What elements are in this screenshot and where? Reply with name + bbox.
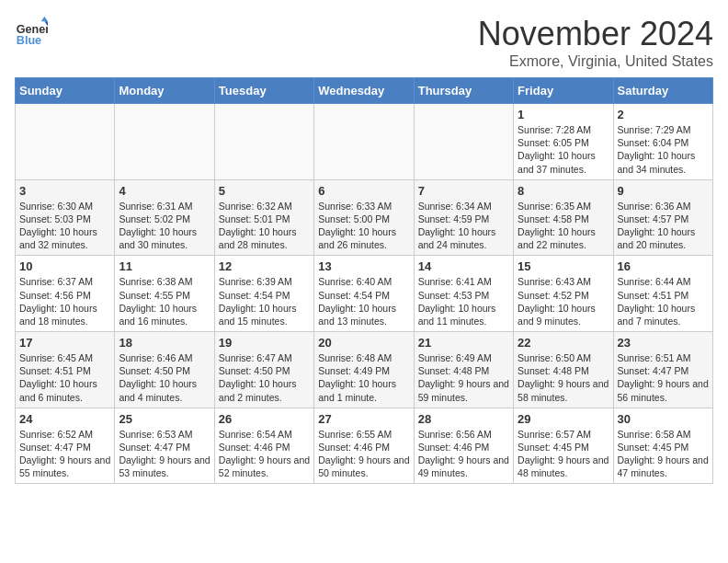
- day-info: Sunrise: 7:29 AM Sunset: 6:04 PM Dayligh…: [618, 123, 709, 176]
- day-info: Sunrise: 6:36 AM Sunset: 4:57 PM Dayligh…: [618, 200, 709, 252]
- calendar-cell: 4Sunrise: 6:31 AM Sunset: 5:02 PM Daylig…: [115, 179, 214, 256]
- day-info: Sunrise: 6:33 AM Sunset: 5:00 PM Dayligh…: [318, 200, 409, 252]
- day-info: Sunrise: 7:28 AM Sunset: 6:05 PM Dayligh…: [518, 123, 609, 176]
- day-number: 12: [219, 259, 310, 273]
- calendar-cell: 15Sunrise: 6:43 AM Sunset: 4:52 PM Dayli…: [514, 256, 613, 332]
- day-info: Sunrise: 6:43 AM Sunset: 4:52 PM Dayligh…: [518, 275, 609, 327]
- weekday-header-thursday: Thursday: [414, 78, 513, 104]
- weekday-header-row: SundayMondayTuesdayWednesdayThursdayFrid…: [16, 78, 713, 104]
- day-info: Sunrise: 6:48 AM Sunset: 4:49 PM Dayligh…: [318, 351, 409, 404]
- calendar-cell: 9Sunrise: 6:36 AM Sunset: 4:57 PM Daylig…: [613, 179, 712, 256]
- day-number: 1: [518, 108, 609, 121]
- calendar-cell: 23Sunrise: 6:51 AM Sunset: 4:47 PM Dayli…: [613, 332, 712, 408]
- day-info: Sunrise: 6:30 AM Sunset: 5:03 PM Dayligh…: [19, 200, 110, 252]
- day-number: 10: [19, 259, 110, 273]
- day-info: Sunrise: 6:44 AM Sunset: 4:51 PM Dayligh…: [618, 275, 709, 327]
- calendar-cell: 17Sunrise: 6:45 AM Sunset: 4:51 PM Dayli…: [16, 332, 115, 408]
- day-number: 21: [418, 336, 509, 350]
- calendar-cell: 2Sunrise: 7:29 AM Sunset: 6:04 PM Daylig…: [613, 104, 712, 180]
- calendar-cell: 5Sunrise: 6:32 AM Sunset: 5:01 PM Daylig…: [214, 179, 313, 256]
- calendar-cell: 8Sunrise: 6:35 AM Sunset: 4:58 PM Daylig…: [514, 179, 613, 256]
- calendar-cell: 25Sunrise: 6:53 AM Sunset: 4:47 PM Dayli…: [115, 408, 214, 484]
- calendar-cell: [16, 104, 115, 180]
- day-number: 27: [318, 412, 409, 426]
- calendar-cell: 29Sunrise: 6:57 AM Sunset: 4:45 PM Dayli…: [514, 408, 613, 484]
- day-number: 4: [119, 184, 210, 198]
- day-info: Sunrise: 6:38 AM Sunset: 4:55 PM Dayligh…: [119, 275, 210, 327]
- day-info: Sunrise: 6:45 AM Sunset: 4:51 PM Dayligh…: [19, 351, 110, 404]
- day-number: 26: [219, 412, 310, 426]
- day-info: Sunrise: 6:46 AM Sunset: 4:50 PM Dayligh…: [119, 351, 210, 404]
- day-number: 24: [19, 412, 110, 426]
- title-area: November 2024 Exmore, Virginia, United S…: [478, 15, 713, 70]
- day-info: Sunrise: 6:55 AM Sunset: 4:46 PM Dayligh…: [318, 428, 409, 480]
- day-info: Sunrise: 6:53 AM Sunset: 4:47 PM Dayligh…: [119, 428, 210, 480]
- weekday-header-sunday: Sunday: [16, 78, 115, 104]
- calendar-cell: [314, 104, 414, 180]
- calendar-cell: 30Sunrise: 6:58 AM Sunset: 4:45 PM Dayli…: [613, 408, 712, 484]
- day-info: Sunrise: 6:37 AM Sunset: 4:56 PM Dayligh…: [19, 275, 110, 327]
- day-number: 7: [418, 184, 509, 198]
- day-number: 29: [518, 412, 609, 426]
- calendar-cell: 3Sunrise: 6:30 AM Sunset: 5:03 PM Daylig…: [16, 179, 115, 256]
- calendar-cell: 6Sunrise: 6:33 AM Sunset: 5:00 PM Daylig…: [314, 179, 414, 256]
- day-info: Sunrise: 6:52 AM Sunset: 4:47 PM Dayligh…: [19, 428, 110, 480]
- calendar-cell: [115, 104, 214, 180]
- weekday-header-wednesday: Wednesday: [314, 78, 414, 104]
- svg-marker-2: [41, 17, 48, 21]
- calendar-cell: 14Sunrise: 6:41 AM Sunset: 4:53 PM Dayli…: [414, 256, 513, 332]
- calendar-cell: 19Sunrise: 6:47 AM Sunset: 4:50 PM Dayli…: [214, 332, 313, 408]
- location-title: Exmore, Virginia, United States: [478, 53, 713, 70]
- day-number: 18: [119, 336, 210, 350]
- logo: General Blue: [15, 15, 48, 48]
- day-info: Sunrise: 6:39 AM Sunset: 4:54 PM Dayligh…: [219, 275, 310, 327]
- day-number: 28: [418, 412, 509, 426]
- week-row-4: 17Sunrise: 6:45 AM Sunset: 4:51 PM Dayli…: [16, 332, 713, 408]
- calendar-cell: 7Sunrise: 6:34 AM Sunset: 4:59 PM Daylig…: [414, 179, 513, 256]
- day-info: Sunrise: 6:34 AM Sunset: 4:59 PM Dayligh…: [418, 200, 509, 252]
- calendar-cell: 13Sunrise: 6:40 AM Sunset: 4:54 PM Dayli…: [314, 256, 414, 332]
- calendar-cell: [214, 104, 313, 180]
- calendar-cell: 10Sunrise: 6:37 AM Sunset: 4:56 PM Dayli…: [16, 256, 115, 332]
- day-info: Sunrise: 6:32 AM Sunset: 5:01 PM Dayligh…: [219, 200, 310, 252]
- day-info: Sunrise: 6:35 AM Sunset: 4:58 PM Dayligh…: [518, 200, 609, 252]
- calendar-cell: 28Sunrise: 6:56 AM Sunset: 4:46 PM Dayli…: [414, 408, 513, 484]
- day-info: Sunrise: 6:57 AM Sunset: 4:45 PM Dayligh…: [518, 428, 609, 480]
- calendar-cell: 21Sunrise: 6:49 AM Sunset: 4:48 PM Dayli…: [414, 332, 513, 408]
- day-number: 17: [19, 336, 110, 350]
- day-info: Sunrise: 6:56 AM Sunset: 4:46 PM Dayligh…: [418, 428, 509, 480]
- day-info: Sunrise: 6:40 AM Sunset: 4:54 PM Dayligh…: [318, 275, 409, 327]
- calendar-cell: [414, 104, 513, 180]
- weekday-header-tuesday: Tuesday: [214, 78, 313, 104]
- calendar-cell: 12Sunrise: 6:39 AM Sunset: 4:54 PM Dayli…: [214, 256, 313, 332]
- day-number: 19: [219, 336, 310, 350]
- day-number: 2: [618, 108, 709, 121]
- day-number: 13: [318, 259, 409, 273]
- day-number: 23: [618, 336, 709, 350]
- week-row-5: 24Sunrise: 6:52 AM Sunset: 4:47 PM Dayli…: [16, 408, 713, 484]
- weekday-header-saturday: Saturday: [613, 78, 712, 104]
- day-info: Sunrise: 6:51 AM Sunset: 4:47 PM Dayligh…: [618, 351, 709, 404]
- day-number: 9: [618, 184, 709, 198]
- calendar-cell: 11Sunrise: 6:38 AM Sunset: 4:55 PM Dayli…: [115, 256, 214, 332]
- day-number: 25: [119, 412, 210, 426]
- day-number: 16: [618, 259, 709, 273]
- day-info: Sunrise: 6:58 AM Sunset: 4:45 PM Dayligh…: [618, 428, 709, 480]
- day-number: 8: [518, 184, 609, 198]
- weekday-header-friday: Friday: [514, 78, 613, 104]
- day-number: 22: [518, 336, 609, 350]
- calendar-cell: 1Sunrise: 7:28 AM Sunset: 6:05 PM Daylig…: [514, 104, 613, 180]
- day-info: Sunrise: 6:47 AM Sunset: 4:50 PM Dayligh…: [219, 351, 310, 404]
- day-number: 5: [219, 184, 310, 198]
- calendar-cell: 20Sunrise: 6:48 AM Sunset: 4:49 PM Dayli…: [314, 332, 414, 408]
- month-title: November 2024: [478, 15, 713, 53]
- calendar-table: SundayMondayTuesdayWednesdayThursdayFrid…: [15, 77, 713, 484]
- day-number: 14: [418, 259, 509, 273]
- svg-text:Blue: Blue: [17, 34, 41, 47]
- day-number: 6: [318, 184, 409, 198]
- day-info: Sunrise: 6:50 AM Sunset: 4:48 PM Dayligh…: [518, 351, 609, 404]
- calendar-cell: 22Sunrise: 6:50 AM Sunset: 4:48 PM Dayli…: [514, 332, 613, 408]
- day-number: 11: [119, 259, 210, 273]
- day-number: 20: [318, 336, 409, 350]
- day-info: Sunrise: 6:54 AM Sunset: 4:46 PM Dayligh…: [219, 428, 310, 480]
